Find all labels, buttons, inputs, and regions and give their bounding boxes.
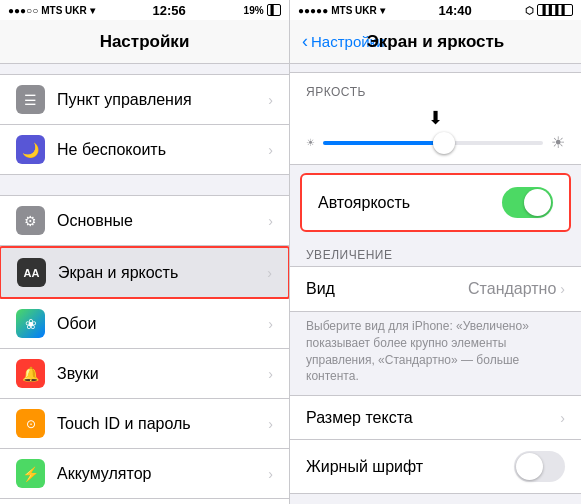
auto-brightness-row: Автояркость — [302, 175, 569, 230]
text-group: Размер текста › Жирный шрифт — [290, 395, 581, 494]
brightness-thumb[interactable] — [433, 132, 455, 154]
chevron-icon: › — [268, 213, 273, 229]
left-nav-title: Настройки — [100, 32, 190, 52]
wallpaper-icon-char: ❀ — [25, 316, 37, 332]
wallpaper-icon: ❀ — [16, 309, 45, 338]
sun-large-icon: ☀ — [551, 133, 565, 152]
brightness-slider-track[interactable] — [323, 141, 543, 145]
zoom-group: Вид Стандартно › — [290, 266, 581, 312]
left-phone: ●●●○○ MTS UKR ▾ 12:56 19% ▌ Настройки ☰ … — [0, 0, 290, 504]
battery-icon: ▌ — [267, 4, 281, 16]
row-battery[interactable]: ⚡ Аккумулятор › — [0, 449, 289, 499]
carrier-label: MTS UKR — [41, 5, 87, 16]
row-text-size[interactable]: Размер текста › — [290, 396, 581, 440]
dnd-label: Не беспокоить — [57, 141, 264, 159]
group-1: ☰ Пункт управления › 🌙 Не беспокоить › — [0, 74, 289, 175]
row-view[interactable]: Вид Стандартно › — [290, 267, 581, 311]
right-nav-title: Экран и яркость — [367, 32, 505, 52]
row-dnd[interactable]: 🌙 Не беспокоить › — [0, 125, 289, 174]
touch-label: Touch ID и пароль — [57, 415, 264, 433]
auto-brightness-section: Автояркость — [300, 173, 571, 232]
right-nav-bar: ‹ Настройки Экран и яркость — [290, 20, 581, 64]
right-battery-icon: ▌▌▌▌ — [537, 4, 573, 16]
brightness-section: ЯРКОСТЬ ⬇ ☀ ☀ — [290, 72, 581, 165]
section-2: ⚙ Основные › AA Экран и яркость › ❀ — [0, 195, 289, 504]
section-1: ☰ Пункт управления › 🌙 Не беспокоить › — [0, 74, 289, 175]
row-bold: Жирный шрифт — [290, 440, 581, 493]
battery-icon-row: ⚡ — [16, 459, 45, 488]
touch-icon-char: ⊙ — [26, 417, 36, 431]
dnd-icon: 🌙 — [16, 135, 45, 164]
bold-toggle-thumb — [516, 453, 543, 480]
chevron-icon: › — [268, 92, 273, 108]
battery-label: 19% — [244, 5, 264, 16]
back-chevron-icon: ‹ — [302, 31, 308, 52]
right-time: 14:40 — [439, 3, 472, 18]
display-icon: AA — [17, 258, 46, 287]
right-signal: ●●●●● — [298, 5, 328, 16]
auto-brightness-toggle[interactable] — [502, 187, 553, 218]
row-display[interactable]: AA Экран и яркость › — [0, 246, 289, 299]
battery-label-row: Аккумулятор — [57, 465, 264, 483]
chevron-icon: › — [268, 416, 273, 432]
row-touch[interactable]: ⊙ Touch ID и пароль › — [0, 399, 289, 449]
wallpaper-label: Обои — [57, 315, 264, 333]
bold-label: Жирный шрифт — [306, 458, 514, 476]
right-status-left: ●●●●● MTS UKR ▾ — [298, 5, 385, 16]
control-center-label: Пункт управления — [57, 91, 264, 109]
left-status-bar: ●●●○○ MTS UKR ▾ 12:56 19% ▌ — [0, 0, 289, 20]
sounds-label: Звуки — [57, 365, 264, 383]
right-status-right: ⬡ ▌▌▌▌ — [525, 4, 573, 16]
general-label: Основные — [57, 212, 264, 230]
time-label: 12:56 — [153, 3, 186, 18]
general-icon-char: ⚙ — [24, 213, 37, 229]
chevron-icon: › — [268, 142, 273, 158]
touch-icon: ⊙ — [16, 409, 45, 438]
row-general[interactable]: ⚙ Основные › — [0, 196, 289, 246]
row-wallpaper[interactable]: ❀ Обои › — [0, 299, 289, 349]
left-scroll-content: ☰ Пункт управления › 🌙 Не беспокоить › — [0, 64, 289, 504]
general-icon: ⚙ — [16, 206, 45, 235]
auto-brightness-label: Автояркость — [318, 194, 502, 212]
bt-icon: ⬡ — [525, 5, 534, 16]
sun-small-icon: ☀ — [306, 137, 315, 148]
wifi-icon: ▾ — [90, 5, 95, 16]
brightness-fill — [323, 141, 444, 145]
sounds-icon: 🔔 — [16, 359, 45, 388]
sounds-icon-char: 🔔 — [22, 366, 39, 382]
view-description: Выберите вид для iPhone: «Увеличено» пок… — [290, 312, 581, 395]
text-size-label: Размер текста — [306, 409, 560, 427]
row-privacy[interactable]: ✋ Конфиденциальность › — [0, 499, 289, 504]
view-value: Стандартно — [468, 280, 556, 298]
control-center-icon: ☰ — [16, 85, 45, 114]
group-2: ⚙ Основные › AA Экран и яркость › ❀ — [0, 195, 289, 504]
status-left: ●●●○○ MTS UKR ▾ — [8, 5, 95, 16]
status-right: 19% ▌ — [244, 4, 281, 16]
zoom-section-label: УВЕЛИЧЕНИЕ — [290, 240, 581, 266]
chevron-icon: › — [268, 316, 273, 332]
zoom-section: УВЕЛИЧЕНИЕ Вид Стандартно › Выберите вид… — [290, 240, 581, 395]
row-control-center[interactable]: ☰ Пункт управления › — [0, 75, 289, 125]
brightness-arrow-icon: ⬇ — [306, 107, 565, 129]
right-wifi-icon: ▾ — [380, 5, 385, 16]
chevron-icon: › — [268, 366, 273, 382]
chevron-icon: › — [267, 265, 272, 281]
brightness-label: ЯРКОСТЬ — [306, 85, 565, 99]
row-sounds[interactable]: 🔔 Звуки › — [0, 349, 289, 399]
dnd-icon-char: 🌙 — [22, 142, 39, 158]
left-nav-bar: Настройки — [0, 20, 289, 64]
brightness-slider-row: ☀ ☀ — [306, 133, 565, 152]
control-center-icon-char: ☰ — [24, 92, 37, 108]
view-chevron-icon: › — [560, 281, 565, 297]
right-carrier: MTS UKR — [331, 5, 377, 16]
right-status-bar: ●●●●● MTS UKR ▾ 14:40 ⬡ ▌▌▌▌ — [290, 0, 581, 20]
right-content: ЯРКОСТЬ ⬇ ☀ ☀ Автояркость УВЕЛИЧЕНИ — [290, 64, 581, 504]
display-icon-char: AA — [24, 267, 40, 279]
text-size-chevron-icon: › — [560, 410, 565, 426]
right-phone: ●●●●● MTS UKR ▾ 14:40 ⬡ ▌▌▌▌ ‹ Настройки… — [290, 0, 581, 504]
toggle-thumb — [524, 189, 551, 216]
view-label: Вид — [306, 280, 468, 298]
signal-dots: ●●●○○ — [8, 5, 38, 16]
battery-icon-char: ⚡ — [22, 466, 39, 482]
bold-toggle[interactable] — [514, 451, 565, 482]
